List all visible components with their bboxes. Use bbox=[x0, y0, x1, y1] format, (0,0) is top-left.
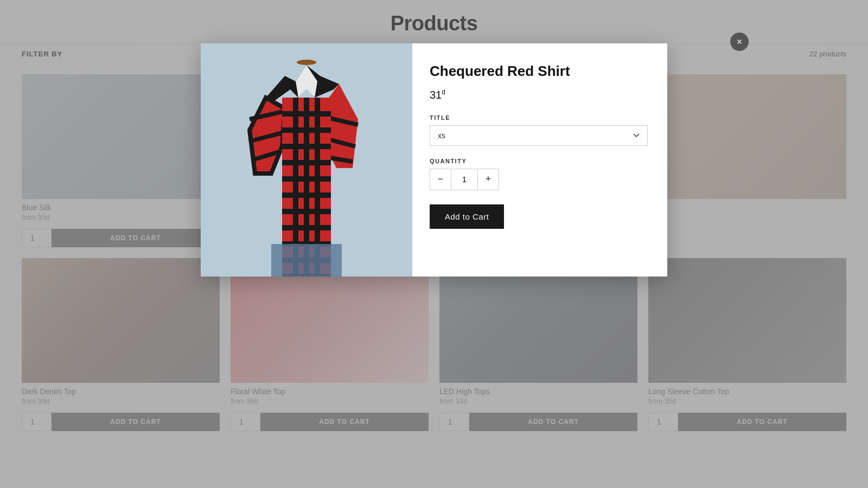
quantity-display[interactable] bbox=[451, 169, 478, 190]
modal-add-to-cart-button[interactable]: Add to Cart bbox=[430, 204, 504, 229]
modal-price: 31d bbox=[430, 88, 648, 101]
svg-point-28 bbox=[297, 60, 316, 65]
modal-close-button[interactable]: × bbox=[730, 33, 749, 51]
quantity-label: QUANTITY bbox=[430, 158, 648, 164]
quantity-decrease-button[interactable]: − bbox=[430, 169, 451, 190]
quantity-section: QUANTITY − + bbox=[430, 158, 648, 190]
title-select[interactable]: xs s m l xl bbox=[430, 125, 648, 146]
shirt-svg bbox=[201, 43, 412, 277]
modal-product-image bbox=[201, 43, 412, 277]
quantity-increase-button[interactable]: + bbox=[478, 169, 499, 190]
modal-details: Chequered Red Shirt 31d TITLE xs s m l x… bbox=[412, 43, 667, 277]
title-field-label: TITLE bbox=[430, 114, 648, 121]
quantity-controls: − + bbox=[430, 169, 499, 190]
modal-overlay: × bbox=[0, 0, 868, 488]
modal-product-name: Chequered Red Shirt bbox=[430, 63, 648, 80]
product-modal: Chequered Red Shirt 31d TITLE xs s m l x… bbox=[201, 43, 667, 277]
